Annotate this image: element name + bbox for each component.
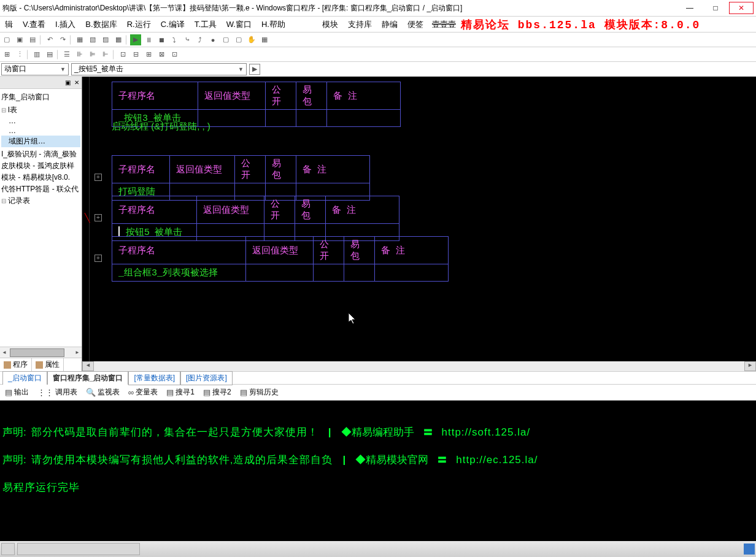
tab-startwin[interactable]: _启动窗口 [2, 371, 47, 385]
align-3[interactable]: ▥ [31, 49, 42, 60]
tool-more2[interactable]: ▢ [233, 34, 244, 45]
tool-win2[interactable]: ▧ [87, 34, 98, 45]
tool-undo[interactable]: ↶ [44, 34, 55, 45]
tool-redo[interactable]: ↷ [57, 34, 68, 45]
menu-tools[interactable]: T.工具 [191, 18, 220, 31]
tree-item[interactable]: 模块 - 精易模块[v8.0. [1, 172, 80, 183]
align-6[interactable]: ⊪ [74, 49, 85, 60]
close-button[interactable]: ✕ [729, 2, 754, 14]
btool-output[interactable]: ▤输出 [2, 386, 31, 399]
btool-search2[interactable]: ▤搜寻2 [201, 386, 234, 399]
tool-copy[interactable]: ▣ [14, 34, 25, 45]
step-out[interactable]: ⤴ [195, 34, 206, 45]
btool-calltable[interactable]: ⋮⋮调用表 [35, 386, 80, 399]
sub-name[interactable]: _组合框3_列表项被选择 [112, 264, 246, 282]
tree-item[interactable]: I表 [1, 104, 80, 116]
tab-programset[interactable]: 窗口程序集_启动窗口 [47, 371, 129, 385]
tab-properties[interactable]: 属性 [32, 358, 64, 371]
align-10[interactable]: ⊟ [130, 49, 141, 60]
tool-calc[interactable]: ▦ [259, 34, 270, 45]
menu-note[interactable]: 便签 [404, 18, 427, 31]
code-hscroll[interactable] [82, 361, 756, 371]
taskbar-item[interactable] [1, 543, 15, 555]
tool-more1[interactable]: ▢ [220, 34, 231, 45]
subroutine-block-3[interactable]: 子程序名 返回值类型 公开 易包 备 注 _按钮5_被单击 [112, 196, 399, 241]
tree-hscroll[interactable] [0, 347, 82, 358]
code-editor[interactable]: 子程序名 返回值类型 公开 易包 备 注 _按钮3_被单击 启动线程 (&打码登… [82, 77, 756, 371]
menu-insert[interactable]: I.插入 [52, 18, 79, 31]
tree-item[interactable]: 序集_启动窗口 [1, 91, 80, 103]
tool-new[interactable]: ▢ [1, 34, 12, 45]
align-12[interactable]: ⊠ [156, 49, 167, 60]
tree-item-selected[interactable]: 域图片组… [1, 136, 80, 147]
tool-win1[interactable]: ▦ [74, 34, 85, 45]
pause-button[interactable]: ⏸ [143, 34, 154, 45]
col-name: 子程序名 [112, 196, 197, 224]
menu-compile[interactable]: C.编译 [157, 18, 188, 31]
tree-item[interactable]: … [1, 126, 80, 136]
banner-text: 精易论坛 bbs.125.la 模块版本:8.0.0 [461, 17, 700, 32]
event-dropdown[interactable]: _按钮5_被单击▼ [71, 63, 247, 75]
taskbar-icon[interactable] [744, 544, 755, 555]
btool-watch[interactable]: 🔍监视表 [83, 386, 122, 399]
align-9[interactable]: ⊡ [117, 49, 128, 60]
project-tree[interactable]: 序集_启动窗口 I表 … … 域图片组… I_极验识别 - 滴滴_极验 皮肤模块… [0, 89, 82, 347]
object-dropdown[interactable]: 动窗口▼ [1, 63, 69, 75]
tree-item[interactable]: 记录表 [1, 195, 80, 207]
menu-module[interactable]: 模块 [318, 18, 342, 31]
run-button[interactable]: ▶ [130, 34, 141, 45]
step-over[interactable]: ⤵ [169, 34, 180, 45]
panel-pin-icon[interactable]: ▣ [65, 79, 71, 86]
tool-paste[interactable]: ▤ [27, 34, 38, 45]
align-5[interactable]: ☰ [61, 49, 72, 60]
output-link[interactable]: http://soft.125.la/ [442, 426, 531, 439]
tab-program[interactable]: 程序 [0, 358, 32, 371]
align-7[interactable]: ⊫ [87, 49, 98, 60]
btool-clipboard[interactable]: ▤剪辑历史 [237, 386, 281, 399]
menu-help[interactable]: H.帮助 [258, 18, 289, 31]
menu-window[interactable]: W.窗口 [223, 18, 255, 31]
tool-win4[interactable]: ▩ [113, 34, 124, 45]
subroutine-block-1[interactable]: 子程序名 返回值类型 公开 易包 备 注 _按钮3_被单击 [112, 82, 401, 127]
align-4[interactable]: ▤ [44, 49, 55, 60]
object-dropdown-value: 动窗口 [4, 64, 26, 74]
goto-button[interactable]: ▶ [249, 64, 260, 75]
align-13[interactable]: ⊡ [169, 49, 180, 60]
menu-strike[interactable]: 壹壹壹 [430, 19, 458, 30]
fold-toggle[interactable]: + [94, 214, 102, 221]
align-2[interactable]: ⋮ [14, 49, 25, 60]
align-11[interactable]: ⊞ [143, 49, 154, 60]
col-pkg: 易包 [344, 237, 375, 264]
align-8[interactable]: ⊩ [100, 49, 111, 60]
tab-images[interactable]: [图片资源表] [180, 371, 233, 385]
tree-item[interactable]: … [1, 116, 80, 126]
step-into[interactable]: ⤷ [182, 34, 193, 45]
code-line[interactable]: 启动线程 (&打码登陆, , ) [112, 121, 210, 133]
tool-hand[interactable]: ✋ [246, 34, 257, 45]
tab-constants[interactable]: [常量数据表] [128, 371, 180, 385]
panel-close-icon[interactable]: ✕ [74, 79, 79, 86]
stop-button[interactable]: ⏹ [156, 34, 167, 45]
menu-edit[interactable]: 辑 [1, 18, 17, 31]
align-1[interactable]: ⊞ [1, 49, 12, 60]
menu-static[interactable]: 静编 [378, 18, 401, 31]
breakpoint[interactable]: ● [207, 34, 218, 45]
minimize-button[interactable]: — [677, 2, 702, 14]
fold-toggle[interactable]: + [94, 174, 102, 181]
subroutine-block-4[interactable]: 子程序名 返回值类型 公开 易包 备 注 _组合框3_列表项被选择 [112, 236, 449, 282]
output-link[interactable]: http://ec.125.la/ [456, 454, 538, 466]
fold-toggle[interactable]: + [94, 255, 102, 262]
menu-database[interactable]: B.数据库 [82, 18, 120, 31]
taskbar-item[interactable] [17, 543, 140, 555]
tool-win3[interactable]: ▨ [100, 34, 111, 45]
btool-search1[interactable]: ▤搜寻1 [164, 386, 197, 399]
tree-item[interactable]: 皮肤模块 - 孤鸿皮肤样 [1, 160, 80, 172]
btool-vars[interactable]: ∞变量表 [126, 386, 160, 399]
subroutine-block-2[interactable]: 子程序名 返回值类型 公开 易包 备 注 打码登陆 [112, 155, 370, 201]
tree-item[interactable]: 代答HTTP答题 - 联众代 [1, 183, 80, 195]
tree-item[interactable]: I_极验识别 - 滴滴_极验 [1, 148, 80, 160]
menu-support[interactable]: 支持库 [344, 18, 376, 31]
maximize-button[interactable]: □ [703, 2, 728, 14]
menu-run[interactable]: R.运行 [123, 18, 155, 31]
menu-view[interactable]: V.查看 [19, 18, 49, 31]
